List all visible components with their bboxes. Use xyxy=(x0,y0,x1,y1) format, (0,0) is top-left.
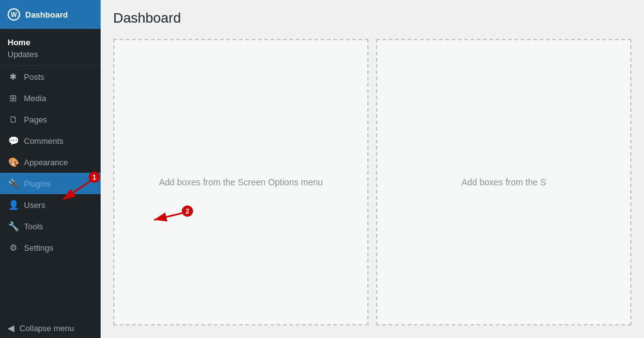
sidebar-item-pages[interactable]: 🗋 Pages xyxy=(0,109,101,130)
sidebar-item-posts[interactable]: ✱ Posts xyxy=(0,66,101,87)
sidebar-item-label: Media xyxy=(24,94,46,103)
sidebar-item-label: Posts xyxy=(24,72,45,82)
sidebar-item-home[interactable]: Home xyxy=(0,34,101,48)
appearance-icon: 🎨 xyxy=(8,156,19,168)
sidebar-item-users[interactable]: 👤 Users xyxy=(0,194,101,215)
posts-icon: ✱ xyxy=(8,71,19,82)
sidebar-item-plugins[interactable]: 🔌 Plugins xyxy=(0,173,101,194)
content-area: Add boxes from the Screen Options menu A… xyxy=(101,33,644,338)
sidebar-item-updates[interactable]: Updates xyxy=(0,48,101,63)
settings-icon: ⚙ xyxy=(8,242,19,253)
users-icon: 👤 xyxy=(8,199,19,210)
sidebar-item-label: Users xyxy=(24,200,45,210)
sidebar: W Dashboard Home Updates ✱ Posts ⊞ Media… xyxy=(0,0,101,338)
sidebar-item-label: Comments xyxy=(24,136,64,146)
collapse-icon: ◀ xyxy=(8,323,14,333)
wp-logo-icon: W xyxy=(8,8,20,21)
sidebar-item-label: Pages xyxy=(24,115,47,124)
main-content: Dashboard Add boxes from the Screen Opti… xyxy=(101,0,644,338)
sidebar-home-section: Home Updates xyxy=(0,29,101,66)
comments-icon: 💬 xyxy=(8,135,19,146)
media-icon: ⊞ xyxy=(8,92,19,104)
box2-text: Add boxes from the S xyxy=(462,177,547,187)
box1-text: Add boxes from the Screen Options menu xyxy=(159,177,323,187)
sidebar-item-media[interactable]: ⊞ Media xyxy=(0,87,101,109)
plugins-submenu-wrapper: 🔌 Plugins Installed Plugins Add New Plug… xyxy=(0,173,101,194)
sidebar-item-label: Plugins xyxy=(24,179,51,188)
sidebar-item-settings[interactable]: ⚙ Settings xyxy=(0,237,101,258)
sidebar-item-label: Appearance xyxy=(24,158,68,167)
collapse-label: Collapse menu xyxy=(19,324,74,333)
main-header: Dashboard xyxy=(101,0,644,33)
sidebar-item-label: Tools xyxy=(24,222,43,231)
tools-icon: 🔧 xyxy=(8,221,19,232)
pages-icon: 🗋 xyxy=(8,114,19,125)
plugins-icon: 🔌 xyxy=(8,178,19,189)
dashboard-box-1: Add boxes from the Screen Options menu xyxy=(113,39,369,325)
collapse-menu-button[interactable]: ◀ Collapse menu xyxy=(0,318,101,338)
sidebar-dashboard-title: Dashboard xyxy=(25,10,68,19)
dashboard-box-2: Add boxes from the S xyxy=(376,39,631,325)
sidebar-item-tools[interactable]: 🔧 Tools xyxy=(0,215,101,237)
sidebar-item-appearance[interactable]: 🎨 Appearance xyxy=(0,151,101,173)
sidebar-item-comments[interactable]: 💬 Comments xyxy=(0,130,101,151)
sidebar-header[interactable]: W Dashboard xyxy=(0,0,101,29)
sidebar-item-label: Settings xyxy=(24,243,53,253)
page-title: Dashboard xyxy=(113,10,631,26)
